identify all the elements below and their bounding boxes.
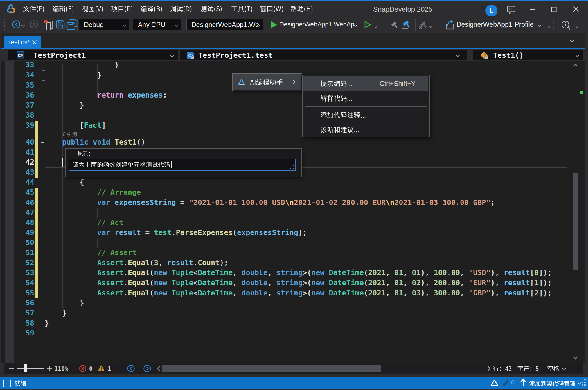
code-line-54[interactable]: Assert.Equal(new Tuple<DateTime, double,…	[45, 278, 552, 288]
menu-item-debug[interactable]	[170, 5, 192, 13]
menu-item-help[interactable]	[290, 5, 313, 13]
publish-profile-dropdown[interactable]	[537, 23, 542, 28]
avatar[interactable]: L	[485, 5, 497, 17]
publish-profile-label[interactable]: DesignerWebApp1-Profile	[456, 21, 534, 28]
code-line-46[interactable]: var expensesString = "2021-01-01 100.00 …	[45, 198, 495, 208]
input-resize-grip[interactable]	[289, 165, 294, 169]
submenu-item-diagnose[interactable]	[303, 122, 428, 137]
code-line-44[interactable]: {	[45, 177, 84, 187]
startup-project-combo[interactable]: DesignerWebApp1.We	[186, 19, 263, 30]
code-line-36[interactable]: return expenses;	[45, 90, 167, 100]
tab-close-icon[interactable]	[32, 40, 37, 45]
code-line-53[interactable]: Assert.Equal(new Tuple<DateTime, double,…	[45, 268, 552, 278]
close-button[interactable]	[573, 6, 579, 12]
submenu-item-explain[interactable]	[303, 91, 428, 106]
navigate-prev-icon[interactable]	[127, 364, 135, 373]
run-without-debug-icon[interactable]	[364, 21, 371, 29]
menu-item-window[interactable]	[260, 5, 284, 13]
menu-item-file[interactable]	[23, 5, 44, 13]
error-count-icon[interactable]	[79, 365, 86, 372]
publish-overflow-icon[interactable]	[547, 24, 551, 30]
submenu-item-hint[interactable]: Ctrl+Shift+Y	[303, 76, 428, 91]
code-line-51[interactable]: // Assert	[45, 248, 136, 258]
tab-list-dropdown[interactable]	[569, 39, 575, 44]
code-lens-references[interactable]	[63, 131, 77, 138]
code-line-52[interactable]: Assert.Equal(3, result.Count);	[45, 258, 228, 268]
toolbar-grip[interactable]	[4, 19, 5, 30]
configuration-combo[interactable]: Debug	[79, 19, 129, 30]
vertical-scrollbar-thumb[interactable]	[573, 173, 578, 270]
cancel-build-icon[interactable]	[418, 20, 428, 30]
tab-test-cs[interactable]: test.cs*	[4, 36, 41, 48]
platform-combo[interactable]: Any CPU	[133, 19, 181, 30]
zoom-level[interactable]: 110%	[54, 365, 68, 372]
feedback-chat-icon[interactable]	[507, 6, 516, 14]
add-to-source-control[interactable]	[529, 380, 576, 387]
menu-item-view[interactable]	[82, 5, 103, 13]
scroll-left-icon[interactable]	[157, 365, 161, 372]
nav-member-combo[interactable]: Test1()	[473, 50, 583, 60]
minimize-button[interactable]	[530, 9, 535, 10]
code-line-33[interactable]: }	[45, 60, 119, 70]
chevron-down-icon[interactable]	[562, 366, 566, 372]
warning-count-icon[interactable]	[97, 365, 105, 372]
prompt-input[interactable]	[69, 159, 296, 171]
code-line-48[interactable]: // Act	[45, 218, 123, 228]
code-line-57[interactable]: }	[45, 308, 66, 318]
scroll-right-icon[interactable]	[487, 365, 491, 372]
menu-item-project[interactable]	[111, 5, 133, 13]
menu-item-test[interactable]	[200, 5, 222, 13]
toolbar-overflow-icon[interactable]	[374, 24, 378, 30]
code-line-58[interactable]: }	[45, 318, 49, 328]
menu-item-build[interactable]	[140, 5, 163, 13]
code-editor[interactable]: 3334353637383940414243444546474849505152…	[1, 61, 585, 363]
build-project-icon[interactable]	[401, 20, 412, 30]
navigate-forward-button[interactable]	[29, 20, 39, 29]
new-file-button[interactable]	[44, 19, 55, 31]
run-target-label[interactable]: DesignerWebApp1.WebApi	[279, 21, 356, 28]
submenu-item-comment[interactable]	[303, 107, 428, 122]
resize-grip[interactable]	[581, 379, 586, 387]
zoom-slider-thumb[interactable]	[24, 364, 27, 372]
save-all-button[interactable]	[66, 19, 78, 30]
code-line-40[interactable]: public void Test1()	[45, 137, 145, 147]
navigate-back-dropdown[interactable]	[21, 23, 25, 28]
navigate-back-button[interactable]	[12, 20, 21, 29]
code-line-37[interactable]: }	[45, 100, 84, 111]
zoom-out-button[interactable]	[9, 368, 14, 369]
scroll-up-icon[interactable]	[573, 63, 578, 68]
space-mode[interactable]	[547, 365, 559, 373]
build-overflow-icon[interactable]	[429, 24, 433, 30]
push-arrow-icon[interactable]	[520, 378, 527, 387]
code-line-39[interactable]: [Fact]	[45, 120, 106, 131]
scroll-down-icon[interactable]	[573, 356, 578, 361]
chevron-down-icon[interactable]	[577, 381, 582, 386]
line-number: 44	[12, 177, 34, 187]
fold-collapse-box[interactable]	[40, 140, 45, 145]
build-hammer-icon[interactable]	[390, 20, 399, 30]
code-line-34[interactable]: }	[45, 70, 102, 80]
ai-assistant-icon[interactable]	[490, 379, 499, 387]
background-task-icon[interactable]	[3, 380, 11, 387]
menu-item-ai-assistant[interactable]	[233, 74, 301, 90]
code-line-56[interactable]: }	[45, 298, 84, 308]
edit-pencil-icon[interactable]	[502, 380, 509, 387]
notifications-icon[interactable]	[561, 20, 572, 30]
horizontal-scrollbar-thumb[interactable]	[162, 365, 381, 372]
nav-type-combo[interactable]: CTestProject1.test	[180, 50, 467, 60]
publish-icon[interactable]	[445, 20, 456, 30]
save-button[interactable]	[56, 20, 65, 29]
run-button-icon[interactable]	[271, 21, 278, 29]
navigate-next-icon[interactable]	[143, 364, 151, 373]
code-line-55[interactable]: Assert.Equal(new Tuple<DateTime, double,…	[45, 288, 552, 298]
toolbar-overflow-icon[interactable]	[575, 24, 579, 30]
nav-project-combo[interactable]: C#TestProject1	[8, 50, 178, 60]
menu-item-tools[interactable]	[231, 5, 253, 13]
run-target-dropdown[interactable]	[353, 23, 357, 28]
code-line-49[interactable]: var result = test.ParseExpenses(expenses…	[45, 228, 307, 238]
maximize-button[interactable]	[551, 7, 557, 12]
menu-item-edit[interactable]	[52, 5, 74, 13]
zoom-in-button[interactable]	[47, 366, 52, 371]
zoom-slider-track[interactable]	[17, 368, 44, 369]
code-line-45[interactable]: // Arrange	[45, 187, 141, 198]
